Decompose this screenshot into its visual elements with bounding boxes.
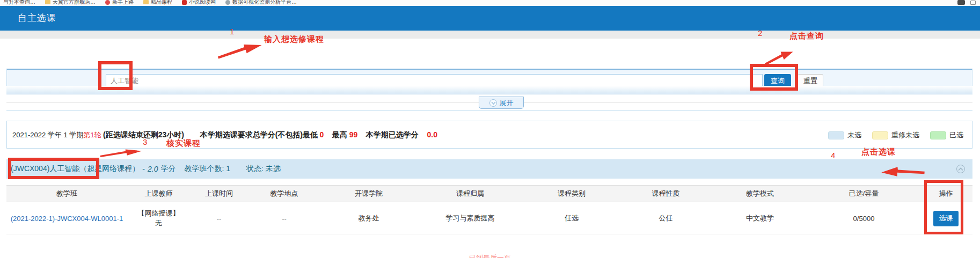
page-header: 自主选课 <box>0 6 980 31</box>
chevron-up-circle-icon[interactable] <box>956 165 965 173</box>
annotation-arrow-1 <box>216 39 264 60</box>
col-header: 教学模式 <box>712 189 808 198</box>
annotation-step4-text: 点击选课 <box>861 147 896 157</box>
course-title: (JWCX004)人工智能（超星网络课程） <box>11 164 140 174</box>
category-cell: 任选 <box>523 213 620 223</box>
semester-info-bar: 2021-2022 学年 1 学期第1轮 (距选课结束还剩23小时) 本学期选课… <box>6 121 972 149</box>
credit-max-label: 最高 <box>332 130 347 139</box>
table-row: (2021-2022-1)-JWCX004-WL0001-1 【网络授课】 无 … <box>6 203 972 234</box>
course-selection-page: 与升本查询… 天翼官方旗舰店… 新手上路 精品课程 小说阅读网 数据可视化监测分… <box>0 0 980 258</box>
col-header: 课程类别 <box>523 189 620 198</box>
annotation-step2-number: 2 <box>758 28 762 38</box>
teacher-name: 无 <box>155 218 162 228</box>
red-dot-icon <box>105 0 110 5</box>
bookmark-item[interactable]: 新手上路 <box>105 0 134 6</box>
expand-tab-row: 展开 <box>6 94 972 110</box>
col-header: 上课时间 <box>190 189 248 198</box>
selected-credits-label: 本学期已选学分 <box>366 130 419 139</box>
expand-toggle[interactable]: 展开 <box>479 97 524 109</box>
end-of-list-text: 已到最后一页 <box>469 253 511 258</box>
col-header: 上课教师 <box>127 189 190 198</box>
mode-cell: 中文教学 <box>712 213 808 223</box>
select-course-button[interactable]: 选课 <box>933 211 959 226</box>
credit-requirement-label: 本学期选课要求总学分(不包括)最低 <box>200 130 318 139</box>
semester-info-text: 2021-2022 学年 1 学期第1轮 (距选课结束还剩23小时) 本学期选课… <box>12 130 437 140</box>
class-id-link[interactable]: (2021-2022-1)-JWCX004-WL0001-1 <box>11 215 123 223</box>
bookmark-item[interactable]: 精品课程 <box>143 0 172 6</box>
bookmark-item[interactable]: 与升本查询… <box>3 0 35 6</box>
annotation-step3-text: 核实课程 <box>166 138 201 149</box>
folder-icon <box>45 0 50 4</box>
selected-credits-value: 0.0 <box>427 130 437 139</box>
page-title: 自主选课 <box>18 6 56 31</box>
reading-list-icon[interactable] <box>957 0 965 5</box>
annotation-step4-number: 4 <box>831 151 835 160</box>
legend-item-retake: 重修未选 <box>872 130 919 140</box>
bookmark-label: 新手上路 <box>112 0 134 6</box>
annotation-step2-text: 点击查询 <box>789 31 824 41</box>
annotation-step3-number: 3 <box>143 137 147 146</box>
col-header: 开课学院 <box>320 189 417 198</box>
col-header: 操作 <box>919 189 972 198</box>
course-credits: 2.0 <box>148 165 158 173</box>
legend-item-selected: 已选 <box>930 130 963 140</box>
capacity-cell: 0/5000 <box>808 215 919 223</box>
globe-icon <box>225 0 230 5</box>
folder-icon <box>143 0 149 4</box>
round-label: 第1轮 <box>83 131 101 139</box>
bookmark-label: 天翼官方旗舰店… <box>53 0 96 6</box>
col-header: 课程归属 <box>417 189 523 198</box>
bookmark-item[interactable]: 小说阅读网 <box>182 0 216 6</box>
teacher-cell: 【网络授课】 无 <box>127 209 190 228</box>
course-dash: - <box>142 165 145 173</box>
status-legend: 未选 重修未选 已选 <box>828 130 963 140</box>
college-cell: 教务处 <box>320 213 417 223</box>
chevron-down-circle-icon <box>489 99 497 107</box>
bookmark-label: 精品课程 <box>151 0 172 6</box>
browser-bookmarks-bar: 与升本查询… 天翼官方旗舰店… 新手上路 精品课程 小说阅读网 数据可视化监测分… <box>0 0 980 6</box>
bookmark-label: 与升本查询… <box>3 0 35 6</box>
time-cell: -- <box>190 215 248 223</box>
legend-item-unselected: 未选 <box>828 130 861 140</box>
col-header: 已选/容量 <box>808 189 919 198</box>
expand-label: 展开 <box>500 98 514 108</box>
course-credits-unit: 学分 <box>161 164 176 174</box>
nature-cell: 公任 <box>620 213 712 223</box>
credit-min-value: 0 <box>320 130 324 139</box>
course-status: 状态: 未选 <box>246 164 281 174</box>
bookmark-label: 小说阅读网 <box>189 0 216 6</box>
class-table-header: 教学班 上课教师 上课时间 教学地点 开课学院 课程归属 课程类别 课程性质 教… <box>6 185 972 202</box>
col-header: 教学班 <box>6 189 127 198</box>
belong-cell: 学习与素质提高 <box>417 213 523 223</box>
credit-max-value: 99 <box>349 130 358 139</box>
bookmark-label: 数据可视化监测分析平台… <box>232 0 297 6</box>
bookmark-item[interactable]: 天翼官方旗舰店… <box>45 0 96 6</box>
annotation-arrow-2 <box>762 46 795 66</box>
annotation-step1-number: 1 <box>230 27 234 36</box>
class-count: 教学班个数: 1 <box>185 164 231 174</box>
annotation-step1-text: 输入想选修课程 <box>264 34 324 45</box>
teacher-type: 【网络授课】 <box>138 209 180 218</box>
place-cell: -- <box>248 215 320 223</box>
semester-label: 2021-2022 学年 1 学期 <box>12 131 83 139</box>
bookmark-item[interactable]: 数据可视化监测分析平台… <box>225 0 297 6</box>
panel-footer-gradient <box>6 86 972 94</box>
retake-swatch <box>872 131 888 139</box>
course-band[interactable]: (JWCX004)人工智能（超星网络课程） - 2.0 学分 教学班个数: 1 … <box>6 159 972 179</box>
header-divider-strip <box>0 31 980 39</box>
col-header: 教学地点 <box>248 189 320 198</box>
red-square-icon <box>182 0 187 5</box>
unselected-swatch <box>828 131 844 139</box>
col-header: 课程性质 <box>620 189 712 198</box>
sidebar-toggle-icon[interactable] <box>970 1 976 5</box>
selected-swatch <box>930 131 946 139</box>
